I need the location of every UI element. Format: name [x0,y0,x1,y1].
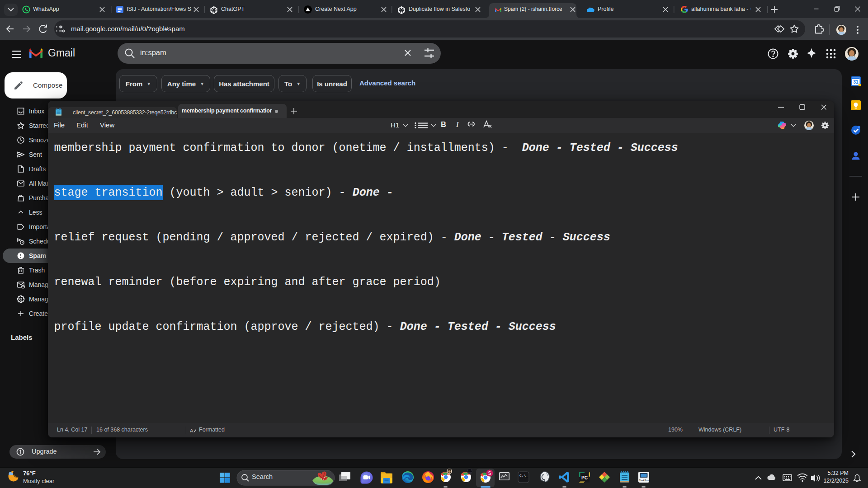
svg-text:TaskPro: TaskPro [639,479,649,482]
svg-text:A: A [190,428,193,433]
svg-text:PC: PC [581,475,588,480]
svg-text:C:\_: C:\_ [519,474,528,478]
svg-text:31: 31 [853,80,859,84]
svg-text:S: S [488,471,491,476]
